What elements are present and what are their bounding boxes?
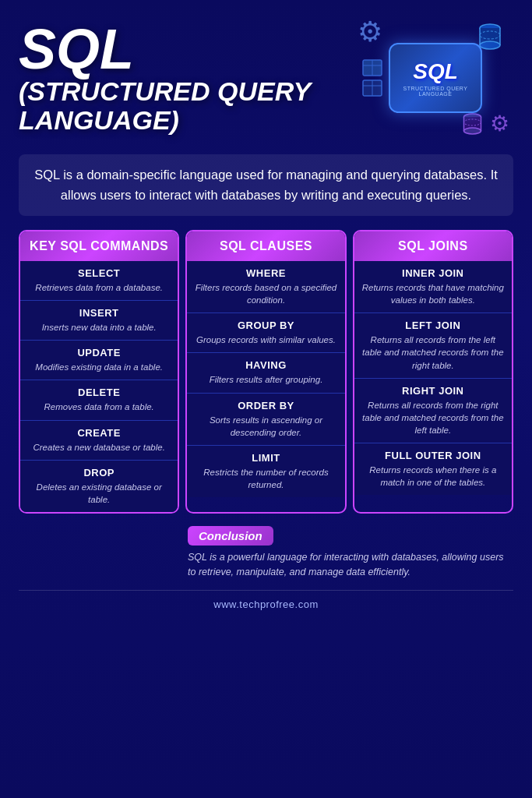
db-icon-1 [478,22,502,51]
item-desc-1-1: Groups records with similar values. [193,334,338,346]
sql-logo-area: ⚙ ⚙ [358,16,513,140]
item-title-2-0: INNER JOIN [361,267,506,279]
gear-icon-topleft: ⚙ [358,16,382,48]
header-section: SQL (STRUCTURED QUERY LANGUAGE) ⚙ ⚙ [19,16,513,140]
column-item-1-3: ORDER BYSorts results in ascending or de… [187,394,344,446]
conclusion-text: SQL is a powerful language for interacti… [188,550,513,580]
svg-point-10 [480,41,500,49]
item-desc-0-0: Retrieves data from a database. [26,281,171,294]
item-desc-0-3: Removes data from a table. [26,401,171,413]
description-section: SQL is a domain-specific language used f… [19,154,513,216]
conclusion-block: Conclusion SQL is a powerful language fo… [188,526,513,580]
column-item-1-0: WHEREFilters records based on a specifie… [187,261,344,313]
table-icon [361,58,383,97]
item-title-0-4: CREATE [26,427,171,439]
gear-icon-bottomright: ⚙ [490,111,509,136]
bottom-row: Conclusion SQL is a powerful language fo… [19,526,513,580]
logo-text: SQL [413,59,458,84]
column-header-2: SQL Joins [354,231,512,261]
column-item-1-1: GROUP BYGroups records with similar valu… [187,313,344,353]
item-desc-0-5: Deletes an existing database or table. [26,481,171,506]
item-title-1-3: ORDER BY [193,400,338,411]
item-title-1-0: WHERE [193,267,338,279]
column-header-1: SQL Clauses [187,231,344,261]
item-desc-1-2: Filters results after grouping. [193,373,338,386]
item-desc-2-3: Returns records when there is a match in… [361,464,506,489]
column-item-2-0: INNER JOINReturns records that have matc… [354,261,512,313]
item-desc-0-1: Inserts new data into a table. [26,321,171,334]
item-desc-0-2: Modifies existing data in a table. [26,361,171,373]
item-title-1-1: GROUP BY [193,320,338,331]
db-icon-2 [463,111,482,136]
logo-subtext: STRUCTURED QUERY LANGUAGE [390,86,481,97]
column-item-2-2: RIGHT JOINReturns all records from the r… [354,379,512,443]
columns-section: Key SQL CommandsSELECTRetrieves data fro… [19,230,513,514]
column-item-2-1: LEFT JOINReturns all records from the le… [354,313,512,378]
item-title-0-1: INSERT [26,307,171,319]
column-items-0: SELECTRetrieves data from a database.INS… [20,261,178,512]
header-title-block: SQL (STRUCTURED QUERY LANGUAGE) [19,21,358,136]
item-title-0-5: DROP [26,467,171,478]
column-item-0-2: UPDATEModifies existing data in a table. [20,341,178,380]
column-item-0-0: SELECTRetrieves data from a database. [20,261,178,301]
column-item-0-1: INSERTInserts new data into a table. [20,301,178,341]
item-desc-1-0: Filters records based on a specified con… [193,281,338,306]
page-wrapper: SQL (STRUCTURED QUERY LANGUAGE) ⚙ ⚙ [0,0,532,623]
subtitle: (STRUCTURED QUERY LANGUAGE) [19,77,358,136]
description-text: SQL is a domain-specific language used f… [34,165,498,205]
item-title-0-0: SELECT [26,267,171,279]
column-items-2: INNER JOINReturns records that have matc… [354,261,512,495]
column-2: SQL JoinsINNER JOINReturns records that … [353,230,513,514]
item-title-0-2: UPDATE [26,347,171,358]
svg-point-16 [464,128,481,134]
item-title-1-2: HAVING [193,359,338,371]
left-spacer [19,526,181,580]
column-header-0: Key SQL Commands [20,231,178,261]
column-item-0-3: DELETERemoves data from a table. [20,380,178,420]
item-title-1-4: LIMIT [193,452,338,464]
column-item-1-4: LIMITRestricts the number of records ret… [187,446,344,497]
item-desc-1-4: Restricts the number of records returned… [193,466,338,491]
item-desc-2-0: Returns records that have matching value… [361,281,506,306]
column-item-0-4: CREATECreates a new database or table. [20,421,178,461]
column-items-1: WHEREFilters records based on a specifie… [187,261,344,497]
column-item-1-2: HAVINGFilters results after grouping. [187,353,344,393]
main-title: SQL [19,21,358,77]
footer: www.techprofree.com [19,590,513,611]
item-desc-0-4: Creates a new database or table. [26,441,171,454]
item-title-0-3: DELETE [26,387,171,398]
column-0: Key SQL CommandsSELECTRetrieves data fro… [19,230,179,514]
item-desc-2-1: Returns all records from the left table … [361,334,506,371]
sql-logo-box: SQL STRUCTURED QUERY LANGUAGE [389,43,482,113]
item-desc-1-3: Sorts results in ascending or descending… [193,414,338,439]
column-item-0-5: DROPDeletes an existing database or tabl… [20,461,178,512]
footer-url: www.techprofree.com [213,598,319,610]
column-item-2-3: FULL OUTER JOINReturns records when ther… [354,443,512,495]
item-title-2-1: LEFT JOIN [361,320,506,331]
item-title-2-2: RIGHT JOIN [361,385,506,397]
column-1: SQL ClausesWHEREFilters records based on… [185,230,346,514]
item-desc-2-2: Returns all records from the right table… [361,399,506,436]
conclusion-label: Conclusion [188,526,273,546]
item-title-2-3: FULL OUTER JOIN [361,450,506,461]
